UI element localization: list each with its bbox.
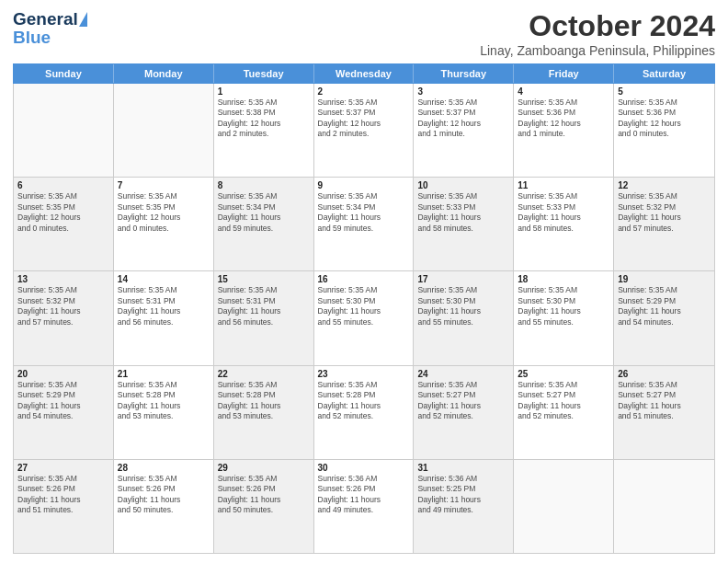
cell-line: Daylight: 11 hours [17, 495, 109, 505]
cell-line: Daylight: 11 hours [17, 306, 109, 316]
cell-line: Sunrise: 5:36 AM [417, 474, 509, 484]
cell-line: Daylight: 11 hours [518, 401, 609, 411]
cell-line: Daylight: 11 hours [417, 306, 509, 316]
cell-line: and 54 minutes. [17, 411, 109, 421]
cell-line: Sunrise: 5:35 AM [218, 191, 310, 201]
calendar-cell: 3Sunrise: 5:35 AMSunset: 5:37 PMDaylight… [414, 84, 514, 177]
cell-line: Sunset: 5:29 PM [618, 296, 711, 306]
cell-line: Sunrise: 5:35 AM [218, 380, 310, 390]
cell-line: Sunrise: 5:35 AM [17, 191, 109, 201]
calendar-cell: 17Sunrise: 5:35 AMSunset: 5:30 PMDayligh… [414, 271, 514, 364]
cell-line: Sunrise: 5:35 AM [218, 98, 310, 108]
cell-line: and 0 minutes. [118, 224, 210, 234]
cell-line: Sunset: 5:31 PM [118, 296, 210, 306]
calendar-cell: 14Sunrise: 5:35 AMSunset: 5:31 PMDayligh… [114, 271, 214, 364]
cell-line: Sunrise: 5:35 AM [618, 380, 711, 390]
day-number: 10 [417, 180, 509, 190]
cell-line: Daylight: 12 hours [518, 119, 609, 129]
calendar-cell: 13Sunrise: 5:35 AMSunset: 5:32 PMDayligh… [14, 271, 114, 364]
cell-line: and 1 minute. [518, 129, 609, 139]
cell-line: Sunrise: 5:35 AM [118, 474, 210, 484]
calendar-cell: 5Sunrise: 5:35 AMSunset: 5:36 PMDaylight… [614, 84, 714, 177]
cell-line: and 56 minutes. [218, 317, 310, 327]
calendar-cell: 7Sunrise: 5:35 AMSunset: 5:35 PMDaylight… [114, 178, 214, 270]
weekday-header-wednesday: Wednesday [314, 64, 415, 83]
day-number: 30 [318, 463, 410, 473]
day-number: 14 [118, 274, 210, 284]
day-number: 6 [17, 180, 109, 190]
day-number: 13 [17, 274, 109, 284]
cell-line: Daylight: 11 hours [318, 401, 410, 411]
cell-line: Daylight: 12 hours [118, 213, 210, 223]
calendar-row: 27Sunrise: 5:35 AMSunset: 5:26 PMDayligh… [14, 460, 714, 553]
cell-line: Sunrise: 5:36 AM [318, 474, 410, 484]
cell-line: Sunset: 5:32 PM [17, 296, 109, 306]
weekday-header-saturday: Saturday [614, 64, 714, 83]
day-number: 19 [618, 274, 711, 284]
weekday-header-sunday: Sunday [14, 64, 114, 83]
cell-line: Daylight: 11 hours [118, 401, 210, 411]
day-number: 20 [17, 369, 109, 379]
day-number: 26 [618, 369, 711, 379]
cell-line: Sunset: 5:37 PM [417, 108, 509, 118]
calendar-cell: 21Sunrise: 5:35 AMSunset: 5:28 PMDayligh… [114, 366, 214, 459]
calendar-cell: 29Sunrise: 5:35 AMSunset: 5:26 PMDayligh… [214, 460, 314, 553]
cell-line: and 55 minutes. [518, 317, 609, 327]
cell-line: Daylight: 11 hours [218, 401, 310, 411]
day-number: 1 [218, 86, 310, 97]
day-number: 29 [218, 463, 310, 473]
cell-line: Sunset: 5:26 PM [318, 484, 410, 494]
calendar-cell: 18Sunrise: 5:35 AMSunset: 5:30 PMDayligh… [514, 271, 614, 364]
cell-line: Sunrise: 5:35 AM [417, 380, 509, 390]
cell-line: and 52 minutes. [318, 411, 410, 421]
calendar-cell: 26Sunrise: 5:35 AMSunset: 5:27 PMDayligh… [614, 366, 714, 459]
day-number: 28 [118, 463, 210, 473]
day-number: 8 [218, 180, 310, 190]
logo-blue: Blue [13, 29, 51, 45]
cell-line: Sunrise: 5:35 AM [417, 191, 509, 201]
cell-line: Daylight: 11 hours [417, 495, 509, 505]
logo: General Blue [13, 9, 88, 45]
header: General Blue October 2024 Linay, Zamboan… [13, 9, 715, 58]
cell-line: Sunset: 5:36 PM [618, 108, 711, 118]
cell-line: Sunrise: 5:35 AM [17, 474, 109, 484]
cell-line: Sunset: 5:32 PM [618, 202, 711, 213]
cell-line: Sunset: 5:37 PM [318, 108, 410, 118]
calendar-cell: 4Sunrise: 5:35 AMSunset: 5:36 PMDaylight… [514, 84, 614, 177]
cell-line: Sunrise: 5:35 AM [518, 98, 609, 108]
cell-line: Sunset: 5:31 PM [218, 296, 310, 306]
calendar-cell: 23Sunrise: 5:35 AMSunset: 5:28 PMDayligh… [314, 366, 415, 459]
cell-line: and 0 minutes. [17, 224, 109, 234]
calendar-cell: 10Sunrise: 5:35 AMSunset: 5:33 PMDayligh… [414, 178, 514, 270]
cell-line: Daylight: 12 hours [218, 119, 310, 129]
day-number: 7 [118, 180, 210, 190]
day-number: 27 [17, 463, 109, 473]
day-number: 2 [318, 86, 410, 97]
cell-line: Sunrise: 5:35 AM [618, 98, 711, 108]
day-number: 4 [518, 86, 609, 97]
logo-triangle-icon [79, 12, 87, 27]
cell-line: and 53 minutes. [118, 411, 210, 421]
title-area: October 2024 Linay, Zamboanga Peninsula,… [480, 9, 715, 58]
cell-line: and 51 minutes. [618, 411, 711, 421]
calendar-cell: 30Sunrise: 5:36 AMSunset: 5:26 PMDayligh… [314, 460, 415, 553]
day-number: 23 [318, 369, 410, 379]
cell-line: Sunset: 5:35 PM [118, 202, 210, 213]
calendar-cell: 22Sunrise: 5:35 AMSunset: 5:28 PMDayligh… [214, 366, 314, 459]
cell-line: Sunrise: 5:35 AM [318, 380, 410, 390]
cell-line: Sunset: 5:29 PM [17, 390, 109, 400]
cell-line: Daylight: 12 hours [618, 119, 711, 129]
cell-line: Daylight: 11 hours [318, 495, 410, 505]
day-number: 3 [417, 86, 509, 97]
cell-line: Sunrise: 5:35 AM [218, 474, 310, 484]
cell-line: and 49 minutes. [318, 505, 410, 515]
calendar-cell: 9Sunrise: 5:35 AMSunset: 5:34 PMDaylight… [314, 178, 415, 270]
page-container: General Blue October 2024 Linay, Zamboan… [0, 0, 728, 563]
cell-line: and 2 minutes. [218, 129, 310, 139]
cell-line: Sunset: 5:38 PM [218, 108, 310, 118]
day-number: 15 [218, 274, 310, 284]
calendar-cell: 8Sunrise: 5:35 AMSunset: 5:34 PMDaylight… [214, 178, 314, 270]
calendar-cell: 27Sunrise: 5:35 AMSunset: 5:26 PMDayligh… [14, 460, 114, 553]
cell-line: and 0 minutes. [618, 129, 711, 139]
cell-line: Daylight: 11 hours [218, 306, 310, 316]
